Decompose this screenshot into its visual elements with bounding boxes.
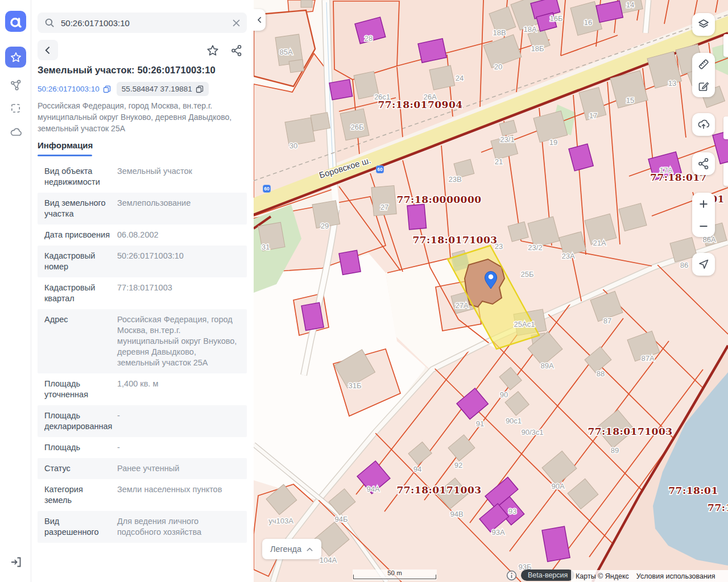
parcel-label: 18В: [493, 28, 506, 37]
row-value: Ранее учтенный: [117, 463, 240, 474]
parcel-label: 18А: [523, 25, 536, 34]
quarter-label: 77:18:01: [668, 485, 718, 496]
left-icon-rail: [0, 0, 31, 582]
zoom-out-button[interactable]: [697, 219, 710, 233]
row-label: Вид объекта недвижимости: [44, 166, 110, 188]
cloud-upload-icon: [697, 118, 710, 131]
parcel-label: 26А: [423, 93, 436, 101]
app-logo[interactable]: [5, 11, 26, 32]
parcel-label: 26Б: [351, 123, 364, 131]
share-icon: [230, 44, 243, 57]
parcel-label: 23: [495, 242, 503, 251]
parcel-label: 90с1: [506, 417, 522, 425]
exit-rail-button[interactable]: [5, 551, 26, 572]
parcel-label: 27: [380, 203, 388, 211]
parcel-label: 94В: [450, 510, 463, 518]
parcel-label: 93А: [491, 528, 504, 537]
building: [429, 65, 455, 90]
table-row: Дата присвоения06.08.2002: [38, 225, 247, 246]
parcel-label: 94: [413, 465, 421, 473]
parcel-label: 16: [584, 18, 592, 27]
edit-icon[interactable]: [697, 80, 710, 93]
row-label: Площадь уточненная: [44, 379, 110, 400]
attribution-text[interactable]: Карты © Яндекс: [576, 572, 629, 580]
parcel-label: 85А: [279, 48, 292, 56]
cut-off-button[interactable]: [723, 163, 728, 186]
row-label: Кадастровый квартал: [44, 282, 110, 304]
share-button[interactable]: [229, 43, 244, 58]
objects-rail-button[interactable]: [5, 75, 26, 96]
select-area-rail-button[interactable]: [5, 98, 26, 119]
table-row: СтатусРанее учтенный: [38, 458, 247, 479]
favorites-rail-button[interactable]: [5, 47, 26, 68]
terms-link[interactable]: Условия использования: [636, 572, 715, 580]
row-value: Земли населенных пунктов: [117, 484, 240, 506]
cadastral-number-chip[interactable]: 50:26:0171003:10: [38, 82, 111, 96]
table-row: АдресРоссийская Федерация, город Москва,…: [38, 309, 247, 373]
layers-button[interactable]: [692, 13, 715, 36]
info-button[interactable]: [506, 570, 517, 581]
parcel-label: 31: [262, 243, 270, 251]
parcel-label: 24: [456, 74, 464, 82]
collapse-panel-button[interactable]: [254, 9, 266, 31]
quarter-label: 77:18:0000000: [396, 194, 481, 205]
star-outline-icon: [206, 44, 220, 57]
cloud-rail-button[interactable]: [5, 122, 26, 143]
svg-text:60: 60: [264, 186, 270, 192]
cut-off-button[interactable]: [723, 117, 728, 139]
copy-icon[interactable]: [196, 85, 204, 93]
locate-button[interactable]: [692, 253, 715, 276]
map-canvas[interactable]: 77:18:017090477:18:000000077:18:01710037…: [254, 0, 728, 582]
parcel-label: 87А: [641, 354, 654, 363]
object-address: Российская Федерация, город Москва, вн.т…: [38, 100, 243, 134]
building: [311, 113, 330, 131]
parcel-label: 88: [597, 369, 605, 378]
row-value: Земельный участок: [117, 166, 240, 188]
favorite-button[interactable]: [205, 43, 220, 58]
info-table: Вид объекта недвижимостиЗемельный участо…: [38, 161, 247, 543]
parcel-label: 25Б: [521, 270, 534, 278]
search-box: [38, 13, 247, 33]
row-label: Площадь декларированная: [44, 410, 110, 432]
table-row: Кадастровый номер50:26:0171003:10: [38, 246, 247, 277]
row-value: -: [117, 442, 240, 453]
table-row: Категория земельЗемли населенных пунктов: [38, 479, 247, 511]
upload-button[interactable]: [692, 113, 715, 136]
ruler-icon[interactable]: [697, 57, 710, 71]
legend-button[interactable]: Легенда: [262, 539, 321, 559]
clear-search-icon[interactable]: [233, 19, 240, 27]
cloud-icon: [9, 126, 23, 139]
cut-off-button[interactable]: [723, 34, 728, 57]
row-value: Российская Федерация, город Москва, вн.т…: [117, 314, 240, 368]
speed-limit-badge: 60: [263, 185, 271, 193]
nodes-icon: [9, 79, 22, 92]
map-share-button[interactable]: [692, 152, 715, 175]
row-value: -: [117, 410, 240, 432]
parcel-label: 104А: [320, 556, 337, 564]
speed-limit-badge: 60: [377, 166, 384, 173]
parcel-label: 17: [589, 111, 597, 120]
coordinates-chip[interactable]: 55.584847 37.19881: [117, 82, 209, 96]
parcel-label: 28: [365, 34, 373, 43]
row-value: Землепользование: [117, 198, 240, 219]
parcel-label: 30: [289, 142, 297, 150]
zoom-in-button[interactable]: [697, 197, 710, 211]
app-logo-icon: [6, 12, 26, 31]
info-panel: Земельный участок: 50:26:0171003:10 50:2…: [31, 0, 254, 582]
quarter-label: 77:1: [708, 502, 728, 513]
parcel-label: 16Б: [550, 14, 563, 23]
tab-information[interactable]: Информация: [38, 140, 93, 150]
map-attribution: Карты © Яндекс Условия использования: [571, 570, 728, 582]
row-value: 06.08.2002: [117, 230, 240, 240]
parcel-label: 90: [500, 390, 508, 399]
search-input[interactable]: [61, 18, 227, 28]
table-row: Вид разрешенногоДля ведения личного подс…: [38, 511, 247, 543]
copy-icon[interactable]: [103, 85, 111, 93]
table-row: Площадь-: [38, 437, 247, 458]
parcel-label: 23А: [561, 252, 574, 260]
row-label: Статус: [44, 463, 110, 474]
back-button[interactable]: [38, 40, 58, 60]
building: [407, 204, 427, 229]
row-value: 50:26:0171003:10: [117, 251, 240, 272]
parcel-label: 23В: [448, 175, 461, 184]
